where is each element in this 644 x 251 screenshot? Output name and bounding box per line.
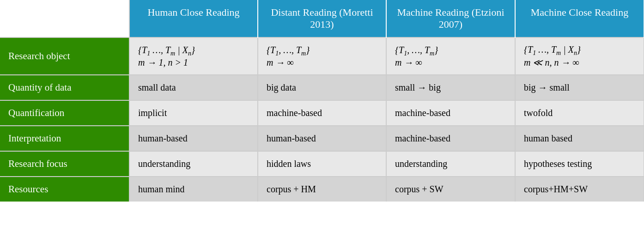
cell-quantification-human: implicit — [129, 100, 258, 126]
table-row: Research focus understanding hidden laws… — [0, 151, 644, 177]
cell-quantification-mclose: twofold — [515, 100, 644, 126]
table-row: Research object {T1 …, Tm | Xn} m → 1, n… — [0, 37, 644, 75]
header-human-close-reading: Human Close Reading — [129, 0, 258, 37]
cell-interpretation-human: human-based — [129, 126, 258, 151]
row-label-resources: Resources — [0, 177, 129, 202]
cell-quantity-human: small data — [129, 75, 258, 100]
cell-resources-distant: corpus + HM — [258, 177, 386, 202]
row-label-quantity-of-data: Quantity of data — [0, 75, 129, 100]
cell-research-object-distant: {T1, …, Tm} m → ∞ — [258, 37, 386, 75]
header-empty-cell — [0, 0, 129, 37]
cell-research-focus-machine: understanding — [386, 151, 515, 177]
cell-quantification-distant: machine-based — [258, 100, 386, 126]
cell-quantification-machine: machine-based — [386, 100, 515, 126]
cell-resources-human: human mind — [129, 177, 258, 202]
row-label-interpretation: Interpretation — [0, 126, 129, 151]
row-label-research-object: Research object — [0, 37, 129, 75]
cell-quantity-mclose: big → small — [515, 75, 644, 100]
cell-interpretation-machine: machine-based — [386, 126, 515, 151]
table-row: Quantity of data small data big data sma… — [0, 75, 644, 100]
cell-interpretation-distant: human-based — [258, 126, 386, 151]
table-row: Interpretation human-based human-based m… — [0, 126, 644, 151]
header-machine-close-reading: Machine Close Reading — [515, 0, 644, 37]
table-row: Resources human mind corpus + HM corpus … — [0, 177, 644, 202]
cell-resources-mclose: corpus+HM+SW — [515, 177, 644, 202]
header-machine-reading: Machine Reading (Etzioni 2007) — [386, 0, 515, 37]
table-row: Quantification implicit machine-based ma… — [0, 100, 644, 126]
cell-research-focus-distant: hidden laws — [258, 151, 386, 177]
cell-quantity-machine: small → big — [386, 75, 515, 100]
row-label-quantification: Quantification — [0, 100, 129, 126]
cell-research-object-human: {T1 …, Tm | Xn} m → 1, n > 1 — [129, 37, 258, 75]
cell-research-focus-human: understanding — [129, 151, 258, 177]
cell-interpretation-mclose: human based — [515, 126, 644, 151]
header-distant-reading: Distant Reading (Moretti 2013) — [258, 0, 386, 37]
cell-research-object-mclose: {T1 …, Tm | Xn} m ≪ n, n → ∞ — [515, 37, 644, 75]
row-label-research-focus: Research focus — [0, 151, 129, 177]
cell-research-object-machine: {T1, …, Tm} m → ∞ — [386, 37, 515, 75]
cell-quantity-distant: big data — [258, 75, 386, 100]
cell-resources-machine: corpus + SW — [386, 177, 515, 202]
cell-research-focus-mclose: hypotheses testing — [515, 151, 644, 177]
